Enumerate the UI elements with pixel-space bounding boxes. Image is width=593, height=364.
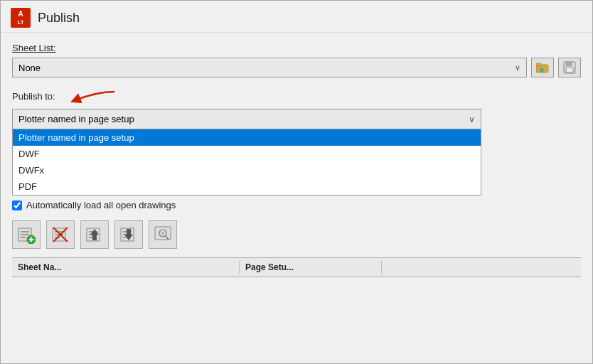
add-sheet-button[interactable]	[12, 220, 41, 249]
auto-load-label: Automatically load all open drawings	[26, 200, 176, 210]
folder-icon	[536, 62, 549, 73]
app-icon: ALT	[11, 8, 31, 28]
publish-to-label: Publish to:	[12, 91, 55, 102]
load-sheet-list-button[interactable]	[531, 58, 554, 77]
col-page-setup: Page Setu...	[240, 261, 382, 274]
publish-to-chevron: ∨	[469, 114, 475, 124]
save-icon	[563, 61, 576, 74]
red-arrow-indicator	[61, 87, 118, 105]
publish-to-row: Publish to:	[12, 87, 581, 105]
svg-point-35	[161, 232, 164, 235]
svg-rect-1	[536, 63, 541, 66]
remove-sheet-icon	[51, 225, 70, 244]
publish-to-container: Plotter named in page setup ∨ Plotter na…	[12, 109, 481, 196]
title-bar: ALT Publish	[1, 1, 592, 33]
remove-sheet-button[interactable]	[46, 220, 75, 249]
sheet-list-value: None	[18, 63, 41, 73]
dropdown-option-pdf[interactable]: PDF	[13, 178, 481, 195]
preview-icon	[154, 225, 172, 244]
add-sheet-icon	[17, 225, 36, 244]
table-header: Sheet Na... Page Setu...	[12, 257, 581, 277]
sheet-list-chevron: ∨	[515, 63, 520, 73]
svg-rect-8	[567, 68, 572, 72]
action-buttons-row	[12, 215, 581, 255]
sheet-list-label: Sheet List:	[12, 43, 581, 53]
publish-to-dropdown-list: Plotter named in page setup DWF DWFx PDF	[12, 129, 481, 196]
auto-load-row: Automatically load all open drawings	[12, 196, 581, 215]
preview-button[interactable]	[149, 220, 177, 249]
sheet-list-row: None ∨	[12, 58, 581, 77]
publish-to-selected: Plotter named in page setup	[18, 114, 134, 124]
dialog-title: Publish	[38, 11, 80, 26]
save-sheet-list-button[interactable]	[558, 58, 581, 77]
move-down-icon	[119, 225, 138, 244]
dropdown-option-dwf[interactable]: DWF	[13, 146, 481, 162]
publish-to-dropdown-header[interactable]: Plotter named in page setup ∨	[12, 109, 481, 129]
dropdown-option-dwfx[interactable]: DWFx	[13, 162, 481, 178]
dialog-body: Sheet List: None ∨	[1, 33, 592, 363]
sheet-list-dropdown[interactable]: None ∨	[12, 58, 527, 77]
move-up-icon	[85, 225, 104, 244]
publish-dialog: ALT Publish Sheet List: None ∨	[0, 0, 593, 364]
move-down-button[interactable]	[114, 220, 143, 249]
svg-rect-6	[566, 62, 572, 66]
dropdown-option-plotter[interactable]: Plotter named in page setup	[13, 129, 481, 146]
col-sheet-name: Sheet Na...	[12, 261, 240, 274]
move-up-button[interactable]	[80, 220, 109, 249]
auto-load-checkbox[interactable]	[12, 200, 22, 210]
